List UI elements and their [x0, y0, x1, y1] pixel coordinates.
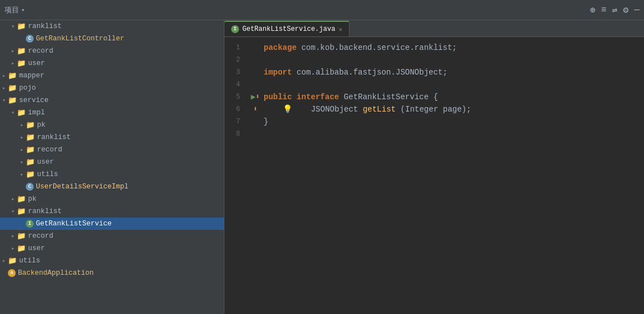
tree-item-impl[interactable]: 📁 impl: [0, 107, 224, 119]
code-line-3: 3 import com.alibaba.fastjson.JSONObject…: [224, 66, 644, 78]
tree-item-pk-1[interactable]: 📁 pk: [0, 119, 224, 131]
folder-icon: 📁: [17, 195, 26, 204]
arrow-icon: [9, 196, 17, 202]
tab-GetRankListService[interactable]: I GetRankListService.java ✕: [224, 21, 349, 36]
item-label: pojo: [19, 84, 36, 92]
line-content: public interface GetRankListService {: [264, 91, 644, 103]
folder-icon: 📁: [26, 158, 35, 167]
class-icon: A: [8, 269, 16, 277]
line-number: 6: [224, 103, 247, 116]
tree-item-mapper[interactable]: 📁 mapper: [0, 70, 224, 82]
item-label: record: [28, 232, 53, 240]
tree-item-pojo[interactable]: 📁 pojo: [0, 82, 224, 94]
code-line-5: 5 ▶ ⬇ public interface GetRankListServic…: [224, 91, 644, 103]
line-number: 1: [224, 41, 247, 54]
file-tree[interactable]: 📁 ranklist C GetRankListController 📁 rec…: [0, 20, 224, 314]
list-icon[interactable]: ≡: [601, 5, 607, 15]
item-label: GetRankListController: [36, 35, 125, 43]
item-label: pk: [28, 195, 36, 203]
arrow-icon: [9, 23, 17, 30]
line-content: }: [264, 116, 644, 128]
tab-close-button[interactable]: ✕: [339, 26, 343, 33]
sort-icon[interactable]: ⇌: [612, 4, 618, 16]
tree-item-user-2[interactable]: 📁 user: [0, 156, 224, 168]
collapse-icon[interactable]: —: [634, 5, 640, 15]
tree-item-BackendApplication[interactable]: A BackendApplication: [0, 267, 224, 279]
folder-icon: 📁: [8, 84, 17, 93]
line-number: 5: [224, 91, 247, 103]
line-number: 7: [224, 116, 247, 128]
locate-icon[interactable]: ⊕: [590, 4, 596, 16]
item-label: ranklist: [37, 133, 71, 141]
code-line-8: 8: [224, 128, 644, 140]
info-badge-icon[interactable]: ⬇: [253, 103, 257, 116]
tree-item-record-1[interactable]: 📁 record: [0, 45, 224, 57]
tree-item-ranklist-3[interactable]: 📁 ranklist: [0, 205, 224, 218]
folder-icon: 📁: [17, 108, 26, 117]
editor: I GetRankListService.java ✕ 1 package co…: [224, 20, 644, 314]
tree-item-GetRankListController[interactable]: C GetRankListController: [0, 33, 224, 45]
item-label: user: [37, 158, 54, 166]
folder-icon: 📁: [8, 256, 17, 265]
code-line-4: 4: [224, 78, 644, 91]
folder-icon: 📁: [17, 232, 26, 241]
info-icon[interactable]: ⬇: [256, 91, 260, 103]
tree-item-GetRankListService[interactable]: I GetRankListService: [0, 218, 224, 230]
code-line-7: 7 }: [224, 116, 644, 128]
folder-icon: 📁: [17, 47, 26, 56]
settings-icon[interactable]: ⚙: [623, 4, 629, 16]
tree-item-service[interactable]: 📁 service: [0, 94, 224, 107]
tree-item-UserDetailsServiceImpl[interactable]: C UserDetailsServiceImpl: [0, 181, 224, 193]
run-icon[interactable]: ▶: [251, 91, 255, 103]
item-label: impl: [28, 109, 45, 117]
item-label: service: [19, 96, 49, 104]
tab-bar: I GetRankListService.java ✕: [224, 20, 644, 37]
arrow-icon: [18, 171, 26, 178]
main-layout: 📁 ranklist C GetRankListController 📁 rec…: [0, 20, 644, 314]
tree-item-utils-2[interactable]: 📁 utils: [0, 255, 224, 267]
line-number: 2: [224, 54, 247, 66]
line-content: package com.kob.backend.service.ranklist…: [264, 41, 644, 54]
arrow-icon: [9, 233, 17, 239]
tree-item-ranklist-dir[interactable]: 📁 ranklist: [0, 20, 224, 33]
item-label: pk: [37, 121, 45, 129]
interface-icon: I: [26, 220, 34, 228]
code-line-2: 2: [224, 54, 644, 66]
tree-item-user-1[interactable]: 📁 user: [0, 57, 224, 70]
arrow-icon: [18, 122, 26, 128]
tree-item-utils-1[interactable]: 📁 utils: [0, 168, 224, 181]
line-number: 4: [224, 78, 247, 91]
arrow-icon: [9, 245, 17, 252]
folder-icon: 📁: [17, 207, 26, 216]
class-icon: C: [26, 183, 34, 191]
toolbar: 项目 ▾ ⊕ ≡ ⇌ ⚙ —: [0, 0, 644, 20]
tab-file-icon: I: [231, 25, 239, 33]
folder-icon: 📁: [26, 133, 35, 142]
tree-item-record-3[interactable]: 📁 record: [0, 230, 224, 242]
line-number: 3: [224, 66, 247, 78]
item-label: record: [37, 146, 62, 154]
project-dropdown-icon[interactable]: ▾: [21, 7, 25, 13]
tree-item-ranklist-2[interactable]: 📁 ranklist: [0, 131, 224, 144]
tree-item-pk-2[interactable]: 📁 pk: [0, 193, 224, 205]
folder-icon: 📁: [26, 145, 35, 154]
line-number: 8: [224, 128, 247, 140]
arrow-icon: [0, 85, 8, 91]
project-label[interactable]: 项目 ▾: [4, 5, 25, 15]
folder-icon: 📁: [8, 71, 17, 80]
item-label: record: [28, 47, 53, 55]
code-editor[interactable]: 1 package com.kob.backend.service.rankli…: [224, 37, 644, 314]
folder-icon: 📁: [8, 96, 17, 105]
item-label: UserDetailsServiceImpl: [36, 183, 128, 191]
toolbar-icons: ⊕ ≡ ⇌ ⚙ —: [590, 4, 640, 16]
line-gutter: ⬇: [247, 103, 264, 116]
arrow-icon: [18, 159, 26, 165]
arrow-icon: [18, 134, 26, 141]
tab-label: GetRankListService.java: [242, 25, 335, 33]
tree-item-user-3[interactable]: 📁 user: [0, 242, 224, 255]
item-label: mapper: [19, 72, 44, 80]
line-gutter: ▶ ⬇: [247, 91, 264, 103]
tree-item-record-2[interactable]: 📁 record: [0, 144, 224, 156]
arrow-icon: [0, 72, 8, 79]
code-line-1: 1 package com.kob.backend.service.rankli…: [224, 41, 644, 54]
